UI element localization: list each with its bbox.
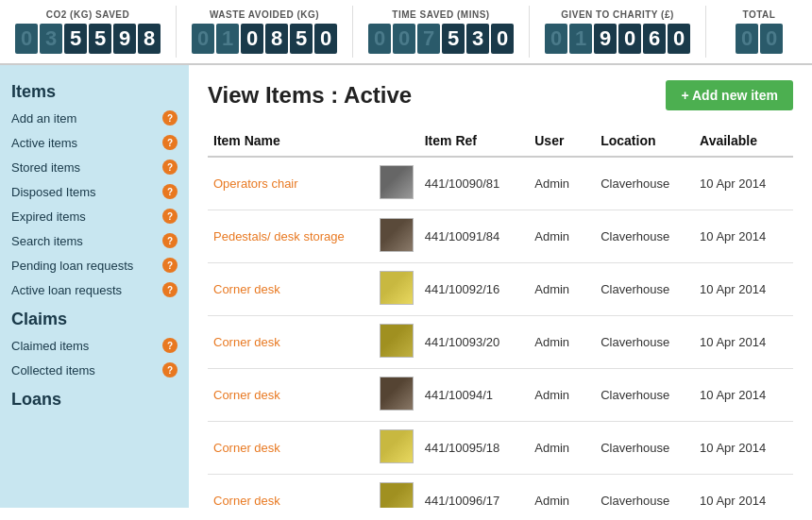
stat-group: GIVEN TO CHARITY (£)019060 (530, 6, 706, 58)
table-row: Corner desk441/10094/1AdminClaverhouse10… (208, 369, 793, 422)
sidebar-item-label: Pending loan requests (11, 259, 133, 273)
content-area: View Items : Active + Add new item Item … (189, 65, 812, 508)
stat-label: TIME SAVED (MINS) (392, 9, 489, 20)
item-user-cell: Admin (529, 475, 595, 509)
digit-box: 8 (265, 24, 288, 54)
digit-box: 5 (64, 24, 87, 54)
item-thumbnail-cell (374, 263, 419, 316)
sidebar-item[interactable]: Search items? (0, 228, 189, 253)
page-title: View Items : Active (208, 82, 412, 109)
sidebar-section-title: Claims (0, 302, 189, 333)
item-name-link[interactable]: Pedestals/ desk storage (213, 229, 345, 243)
help-icon[interactable]: ? (162, 338, 178, 353)
item-name-cell: Corner desk (208, 369, 374, 422)
item-ref-cell: 441/10095/18 (419, 422, 530, 475)
item-available-cell: 10 Apr 2014 (694, 210, 793, 263)
item-thumbnail (380, 377, 414, 411)
table-column-thumb (374, 126, 419, 157)
sidebar-item[interactable]: Expired items? (0, 204, 189, 228)
help-icon[interactable]: ? (162, 135, 178, 150)
table-column-header: Available (694, 126, 793, 157)
item-user-cell: Admin (529, 210, 595, 263)
sidebar-item-label: Stored items (11, 160, 80, 175)
item-thumbnail-cell (374, 210, 419, 263)
digit-box: 0 (491, 24, 514, 54)
help-icon[interactable]: ? (162, 362, 178, 377)
sidebar-item-label: Expired items (11, 210, 86, 224)
item-name-cell: Pedestals/ desk storage (208, 210, 374, 263)
digit-box: 9 (594, 24, 617, 54)
item-available-cell: 10 Apr 2014 (694, 422, 793, 475)
item-location-cell: Claverhouse (595, 422, 694, 475)
sidebar-item[interactable]: Claimed items? (0, 333, 189, 358)
table-column-header: Location (595, 126, 694, 157)
item-name-link[interactable]: Corner desk (213, 441, 280, 455)
digit-box: 0 (545, 24, 567, 54)
help-icon[interactable]: ? (162, 258, 178, 273)
stat-digits: 019060 (545, 24, 690, 54)
stats-bar: CO2 (KG) SAVED035598WASTE AVOIDED (KG)01… (0, 0, 812, 65)
stat-label: GIVEN TO CHARITY (£) (561, 9, 674, 20)
item-thumbnail-cell (374, 157, 419, 210)
sidebar-item[interactable]: Collected items? (0, 358, 189, 382)
stat-group: TOTAL00 (706, 6, 812, 58)
digit-box: 0 (368, 24, 391, 54)
content-header: View Items : Active + Add new item (208, 80, 793, 110)
sidebar-item[interactable]: Active items? (0, 130, 189, 155)
table-row: Corner desk441/10096/17AdminClaverhouse1… (208, 475, 793, 509)
item-name-link[interactable]: Corner desk (213, 494, 280, 508)
help-icon[interactable]: ? (162, 233, 178, 248)
item-available-cell: 10 Apr 2014 (694, 263, 793, 316)
digit-box: 0 (618, 24, 641, 54)
stat-digits: 00 (736, 24, 783, 54)
help-icon[interactable]: ? (162, 184, 178, 199)
help-icon[interactable]: ? (162, 159, 178, 175)
stat-label: TOTAL (743, 9, 776, 20)
item-thumbnail (380, 429, 414, 463)
sidebar-section-title: Items (0, 75, 189, 106)
digit-box: 3 (40, 24, 62, 54)
item-thumbnail-cell (374, 316, 419, 369)
item-location-cell: Claverhouse (595, 263, 694, 316)
help-icon[interactable]: ? (162, 282, 178, 297)
add-new-item-button[interactable]: + Add new item (666, 80, 793, 110)
item-name-cell: Corner desk (208, 422, 374, 475)
table-row: Corner desk441/10092/16AdminClaverhouse1… (208, 263, 793, 316)
help-icon[interactable]: ? (162, 209, 178, 224)
sidebar-item-label: Add an item (11, 111, 76, 126)
digit-box: 5 (442, 24, 465, 54)
table-row: Corner desk441/10093/20AdminClaverhouse1… (208, 316, 793, 369)
sidebar-item[interactable]: Disposed Items? (0, 179, 189, 204)
item-name-link[interactable]: Corner desk (213, 335, 280, 349)
stat-digits: 035598 (15, 24, 161, 54)
item-thumbnail-cell (374, 369, 419, 422)
digit-box: 6 (643, 24, 666, 54)
stat-group: TIME SAVED (MINS)007530 (353, 6, 530, 58)
digit-box: 5 (290, 24, 313, 54)
sidebar: ItemsAdd an item?Active items?Stored ite… (0, 65, 189, 508)
item-ref-cell: 441/10094/1 (419, 369, 530, 422)
item-ref-cell: 441/10096/17 (419, 475, 530, 509)
sidebar-item[interactable]: Stored items? (0, 155, 189, 179)
item-name-link[interactable]: Corner desk (213, 282, 280, 296)
item-name-link[interactable]: Corner desk (213, 388, 280, 402)
item-user-cell: Admin (529, 369, 595, 422)
item-name-link[interactable]: Operators chair (213, 176, 298, 191)
item-thumbnail (380, 218, 414, 252)
item-available-cell: 10 Apr 2014 (694, 316, 793, 369)
main-layout: ItemsAdd an item?Active items?Stored ite… (0, 65, 812, 508)
sidebar-item[interactable]: Active loan requests? (0, 277, 189, 302)
sidebar-item[interactable]: Add an item? (0, 106, 189, 130)
digit-box: 0 (314, 24, 337, 54)
digit-box: 1 (216, 24, 239, 54)
item-thumbnail (380, 271, 414, 305)
items-table: Item NameItem RefUserLocationAvailable O… (208, 126, 793, 508)
help-icon[interactable]: ? (162, 110, 178, 126)
digit-box: 5 (89, 24, 111, 54)
sidebar-item[interactable]: Pending loan requests? (0, 253, 189, 277)
item-name-cell: Corner desk (208, 316, 374, 369)
item-thumbnail-cell (374, 475, 419, 509)
table-column-header: User (529, 126, 595, 157)
item-ref-cell: 441/10092/16 (419, 263, 530, 316)
digit-box: 0 (760, 24, 783, 54)
